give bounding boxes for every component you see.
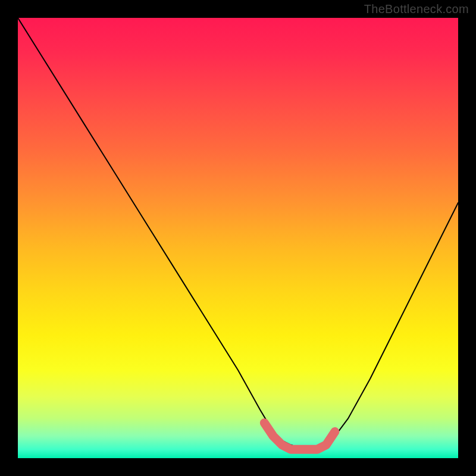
bottleneck-curve — [18, 18, 458, 449]
chart-svg — [18, 18, 458, 458]
optimal-zone-highlight — [264, 423, 334, 449]
watermark-text: TheBottleneck.com — [364, 2, 469, 16]
plot-area — [18, 18, 458, 458]
